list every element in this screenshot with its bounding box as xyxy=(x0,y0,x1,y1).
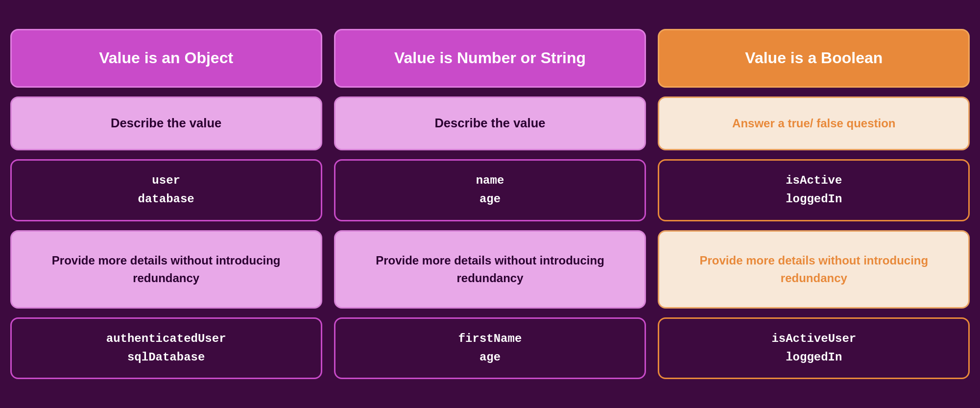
column-boolean: Value is a BooleanAnswer a true/ false q… xyxy=(658,29,970,380)
card-text-describe-bool: Answer a true/ false question xyxy=(732,117,895,130)
card-text-examples-object: userdatabase xyxy=(138,171,194,209)
card-describe-numstr: Describe the value xyxy=(334,96,646,150)
card-text-examples-bool: isActiveloggedIn xyxy=(786,171,842,209)
card-examples-object: userdatabase xyxy=(10,159,322,221)
card-describe-object: Describe the value xyxy=(10,96,322,150)
card-describe-bool: Answer a true/ false question xyxy=(658,96,970,150)
header-object: Value is an Object xyxy=(10,29,322,88)
card-details-object: Provide more details without introducing… xyxy=(10,230,322,309)
column-object: Value is an ObjectDescribe the valueuser… xyxy=(10,29,322,380)
header-boolean: Value is a Boolean xyxy=(658,29,970,88)
card-examples2-bool: isActiveUserloggedIn xyxy=(658,317,970,380)
card-text-describe-object: Describe the value xyxy=(111,116,221,130)
card-text-describe-numstr: Describe the value xyxy=(434,116,545,130)
card-details-bool: Provide more details without introducing… xyxy=(658,230,970,309)
card-examples2-object: authenticatedUsersqlDatabase xyxy=(10,317,322,380)
card-text-examples2-bool: isActiveUserloggedIn xyxy=(771,330,856,367)
card-text-details-bool: Provide more details without introducing… xyxy=(669,252,958,287)
card-examples-numstr: nameage xyxy=(334,159,646,221)
header-label-number-string: Value is Number or String xyxy=(394,49,586,67)
card-text-details-numstr: Provide more details without introducing… xyxy=(345,252,635,287)
header-number-string: Value is Number or String xyxy=(334,29,646,88)
card-text-examples2-numstr: firstNameage xyxy=(458,330,522,367)
card-text-examples-numstr: nameage xyxy=(476,171,504,209)
column-number-string: Value is Number or StringDescribe the va… xyxy=(334,29,646,380)
card-text-details-object: Provide more details without introducing… xyxy=(22,252,311,287)
card-examples2-numstr: firstNameage xyxy=(334,317,646,380)
header-label-object: Value is an Object xyxy=(99,49,233,67)
main-grid: Value is an ObjectDescribe the valueuser… xyxy=(10,29,970,380)
card-examples-bool: isActiveloggedIn xyxy=(658,159,970,221)
card-details-numstr: Provide more details without introducing… xyxy=(334,230,646,309)
card-text-examples2-object: authenticatedUsersqlDatabase xyxy=(106,330,226,367)
header-label-boolean: Value is a Boolean xyxy=(745,49,883,67)
